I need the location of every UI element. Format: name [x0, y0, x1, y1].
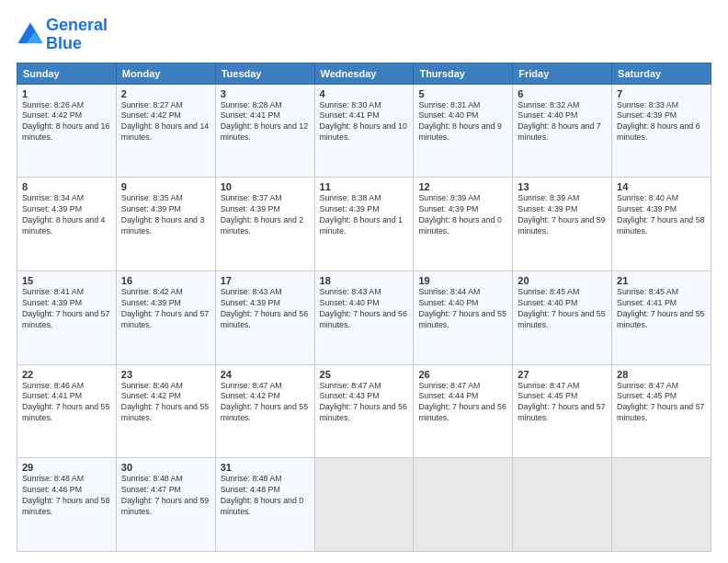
day-detail: Sunrise: 8:48 AMSunset: 4:46 PMDaylight:…: [22, 474, 111, 518]
day-detail: Sunrise: 8:37 AMSunset: 4:39 PMDaylight:…: [221, 193, 310, 237]
day-detail: Sunrise: 8:39 AMSunset: 4:39 PMDaylight:…: [518, 193, 607, 237]
calendar-table: SundayMondayTuesdayWednesdayThursdayFrid…: [17, 63, 711, 552]
day-detail: Sunrise: 8:30 AMSunset: 4:41 PMDaylight:…: [320, 100, 409, 144]
day-number: 23: [121, 369, 210, 380]
day-cell: 30Sunrise: 8:48 AMSunset: 4:47 PMDayligh…: [116, 458, 215, 552]
day-detail: Sunrise: 8:45 AMSunset: 4:41 PMDaylight:…: [617, 287, 706, 331]
day-number: 6: [518, 88, 607, 99]
day-cell: 25Sunrise: 8:47 AMSunset: 4:43 PMDayligh…: [314, 364, 414, 458]
day-detail: Sunrise: 8:28 AMSunset: 4:41 PMDaylight:…: [221, 100, 310, 144]
day-detail: Sunrise: 8:26 AMSunset: 4:42 PMDaylight:…: [22, 100, 111, 144]
day-detail: Sunrise: 8:47 AMSunset: 4:42 PMDaylight:…: [221, 381, 310, 425]
day-number: 26: [418, 369, 507, 380]
day-detail: Sunrise: 8:35 AMSunset: 4:39 PMDaylight:…: [121, 193, 210, 237]
day-number: 30: [121, 462, 210, 473]
day-detail: Sunrise: 8:43 AMSunset: 4:40 PMDaylight:…: [320, 287, 409, 331]
day-number: 11: [320, 181, 409, 192]
day-cell: 21Sunrise: 8:45 AMSunset: 4:41 PMDayligh…: [612, 270, 711, 364]
day-cell: [513, 458, 612, 552]
column-header-monday: Monday: [116, 63, 215, 84]
day-number: 3: [221, 88, 310, 99]
day-number: 2: [121, 88, 210, 99]
day-detail: Sunrise: 8:47 AMSunset: 4:45 PMDaylight:…: [617, 381, 706, 425]
day-cell: 3Sunrise: 8:28 AMSunset: 4:41 PMDaylight…: [215, 84, 314, 178]
day-cell: 2Sunrise: 8:27 AMSunset: 4:42 PMDaylight…: [116, 84, 215, 178]
day-number: 22: [22, 369, 111, 380]
calendar-body: 1Sunrise: 8:26 AMSunset: 4:42 PMDaylight…: [17, 84, 711, 551]
day-number: 19: [418, 275, 507, 286]
column-header-thursday: Thursday: [414, 63, 513, 84]
day-cell: 14Sunrise: 8:40 AMSunset: 4:39 PMDayligh…: [612, 178, 711, 271]
day-detail: Sunrise: 8:27 AMSunset: 4:42 PMDaylight:…: [121, 100, 210, 144]
logo-icon: [17, 21, 44, 49]
day-detail: Sunrise: 8:43 AMSunset: 4:39 PMDaylight:…: [221, 287, 310, 331]
day-number: 13: [518, 181, 607, 192]
column-header-saturday: Saturday: [612, 63, 711, 84]
day-number: 14: [617, 181, 706, 192]
day-cell: 28Sunrise: 8:47 AMSunset: 4:45 PMDayligh…: [612, 364, 711, 458]
day-number: 27: [518, 369, 607, 380]
column-header-sunday: Sunday: [17, 63, 117, 84]
page: General Blue SundayMondayTuesdayWednesda…: [0, 0, 728, 563]
day-number: 21: [617, 275, 706, 286]
day-cell: 24Sunrise: 8:47 AMSunset: 4:42 PMDayligh…: [215, 364, 314, 458]
day-number: 10: [221, 181, 310, 192]
week-row-5: 29Sunrise: 8:48 AMSunset: 4:46 PMDayligh…: [17, 458, 711, 552]
day-detail: Sunrise: 8:31 AMSunset: 4:40 PMDaylight:…: [418, 100, 507, 144]
day-cell: 12Sunrise: 8:39 AMSunset: 4:39 PMDayligh…: [414, 178, 513, 271]
day-detail: Sunrise: 8:47 AMSunset: 4:44 PMDaylight:…: [418, 381, 507, 425]
day-number: 31: [221, 462, 310, 473]
day-number: 16: [121, 275, 210, 286]
day-cell: 11Sunrise: 8:38 AMSunset: 4:39 PMDayligh…: [314, 178, 414, 271]
day-cell: [414, 458, 513, 552]
day-number: 15: [22, 275, 111, 286]
day-cell: [314, 458, 414, 552]
day-cell: 31Sunrise: 8:48 AMSunset: 4:48 PMDayligh…: [215, 458, 314, 552]
day-detail: Sunrise: 8:47 AMSunset: 4:45 PMDaylight:…: [518, 381, 607, 425]
day-number: 5: [418, 88, 507, 99]
day-cell: 8Sunrise: 8:34 AMSunset: 4:39 PMDaylight…: [17, 178, 117, 271]
day-cell: 23Sunrise: 8:46 AMSunset: 4:42 PMDayligh…: [116, 364, 215, 458]
column-header-friday: Friday: [513, 63, 612, 84]
calendar-header-row: SundayMondayTuesdayWednesdayThursdayFrid…: [17, 63, 711, 84]
day-number: 29: [22, 462, 111, 473]
column-header-tuesday: Tuesday: [215, 63, 314, 84]
header: General Blue: [17, 17, 711, 53]
day-detail: Sunrise: 8:38 AMSunset: 4:39 PMDaylight:…: [320, 193, 409, 237]
day-detail: Sunrise: 8:47 AMSunset: 4:43 PMDaylight:…: [320, 381, 409, 425]
day-cell: 19Sunrise: 8:44 AMSunset: 4:40 PMDayligh…: [414, 270, 513, 364]
day-cell: 10Sunrise: 8:37 AMSunset: 4:39 PMDayligh…: [215, 178, 314, 271]
day-cell: 16Sunrise: 8:42 AMSunset: 4:39 PMDayligh…: [116, 270, 215, 364]
day-number: 12: [418, 181, 507, 192]
day-detail: Sunrise: 8:39 AMSunset: 4:39 PMDaylight:…: [418, 193, 507, 237]
day-cell: 20Sunrise: 8:45 AMSunset: 4:40 PMDayligh…: [513, 270, 612, 364]
day-cell: 9Sunrise: 8:35 AMSunset: 4:39 PMDaylight…: [116, 178, 215, 271]
day-number: 1: [22, 88, 111, 99]
day-detail: Sunrise: 8:45 AMSunset: 4:40 PMDaylight:…: [518, 287, 607, 331]
day-number: 18: [320, 275, 409, 286]
day-cell: 6Sunrise: 8:32 AMSunset: 4:40 PMDaylight…: [513, 84, 612, 178]
day-cell: 27Sunrise: 8:47 AMSunset: 4:45 PMDayligh…: [513, 364, 612, 458]
day-detail: Sunrise: 8:40 AMSunset: 4:39 PMDaylight:…: [617, 193, 706, 237]
day-number: 4: [320, 88, 409, 99]
day-number: 24: [221, 369, 310, 380]
day-detail: Sunrise: 8:44 AMSunset: 4:40 PMDaylight:…: [418, 287, 507, 331]
day-cell: 17Sunrise: 8:43 AMSunset: 4:39 PMDayligh…: [215, 270, 314, 364]
week-row-3: 15Sunrise: 8:41 AMSunset: 4:39 PMDayligh…: [17, 270, 711, 364]
day-detail: Sunrise: 8:46 AMSunset: 4:42 PMDaylight:…: [121, 381, 210, 425]
day-detail: Sunrise: 8:48 AMSunset: 4:47 PMDaylight:…: [121, 474, 210, 518]
day-cell: 15Sunrise: 8:41 AMSunset: 4:39 PMDayligh…: [17, 270, 117, 364]
column-header-wednesday: Wednesday: [314, 63, 414, 84]
day-cell: 29Sunrise: 8:48 AMSunset: 4:46 PMDayligh…: [17, 458, 117, 552]
day-number: 28: [617, 369, 706, 380]
day-detail: Sunrise: 8:48 AMSunset: 4:48 PMDaylight:…: [221, 474, 310, 518]
week-row-2: 8Sunrise: 8:34 AMSunset: 4:39 PMDaylight…: [17, 178, 711, 271]
day-cell: 5Sunrise: 8:31 AMSunset: 4:40 PMDaylight…: [414, 84, 513, 178]
day-detail: Sunrise: 8:42 AMSunset: 4:39 PMDaylight:…: [121, 287, 210, 331]
week-row-1: 1Sunrise: 8:26 AMSunset: 4:42 PMDaylight…: [17, 84, 711, 178]
day-cell: 4Sunrise: 8:30 AMSunset: 4:41 PMDaylight…: [314, 84, 414, 178]
day-number: 20: [518, 275, 607, 286]
day-cell: [612, 458, 711, 552]
day-cell: 13Sunrise: 8:39 AMSunset: 4:39 PMDayligh…: [513, 178, 612, 271]
day-detail: Sunrise: 8:33 AMSunset: 4:39 PMDaylight:…: [617, 100, 706, 144]
